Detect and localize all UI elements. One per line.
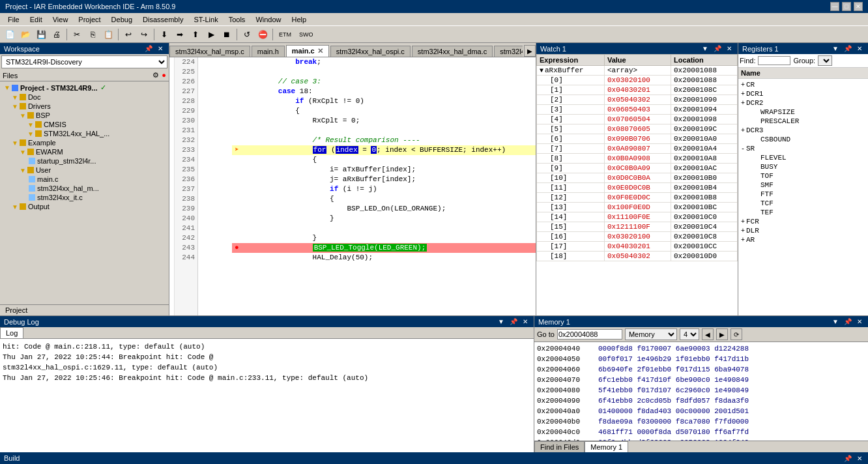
tab-scroll-right[interactable]: ▶ <box>524 45 536 57</box>
watch-close[interactable]: ✕ <box>725 44 734 53</box>
tree-node-doc[interactable]: ▼Doc <box>1 93 167 102</box>
empty-gutter <box>235 224 244 233</box>
tab-stm32l4xx_hal_dma-c[interactable]: stm32l4xx_hal_dma.c <box>412 46 493 57</box>
tree-node-output[interactable]: ▼Output <box>1 202 167 211</box>
expand-icon[interactable]: + <box>741 100 745 107</box>
tab-close-icon[interactable]: ✕ <box>317 47 323 55</box>
expand-icon[interactable]: + <box>741 127 745 134</box>
watch-location: 0x200010C8 <box>671 232 737 242</box>
tree-node-startup_stm32l4r...[interactable]: startup_stm32l4r... <box>1 156 167 166</box>
watch-pin[interactable]: 📌 <box>712 44 723 53</box>
menu-item-window[interactable]: Window <box>250 14 286 25</box>
tree-node-stm32l4xx_it.c[interactable]: stm32l4xx_it.c <box>1 193 167 202</box>
debug-step-out[interactable]: ⬆ <box>188 27 203 42</box>
tree-node-project---stm32l4r9...[interactable]: ▼Project - STM32L4R9...✓ <box>1 83 167 93</box>
memory-dropdown[interactable]: ▼ <box>830 317 841 326</box>
tree-node-stm32l4xx_hal_m...[interactable]: stm32l4xx_hal_m... <box>1 184 167 193</box>
menu-item-debug[interactable]: Debug <box>106 14 137 25</box>
expand-icon[interactable]: + <box>741 227 745 235</box>
memory-tab-memory-1[interactable]: Memory 1 <box>585 441 628 452</box>
debug-icon[interactable]: ● <box>162 71 166 80</box>
menu-item-file[interactable]: File <box>3 14 25 25</box>
find-input[interactable] <box>758 56 790 65</box>
reg-close[interactable]: ✕ <box>855 44 864 53</box>
editor-scroll[interactable]: . 22422522622722822923023123223323423523… <box>169 57 536 315</box>
memory-close[interactable]: ✕ <box>855 317 864 326</box>
etm-btn[interactable]: ETM <box>276 27 295 42</box>
menu-item-tools[interactable]: Tools <box>224 14 251 25</box>
workspace-close[interactable]: ✕ <box>156 44 165 53</box>
memory-nav-next[interactable]: ▶ <box>716 328 728 340</box>
debug-run[interactable]: ▶ <box>204 27 218 42</box>
code-area[interactable]: break; // case 3: case 18: if (RxCplt !=… <box>227 57 536 315</box>
debug-stop[interactable]: ⏹ <box>220 27 234 42</box>
tab-main-h[interactable]: main.h <box>252 46 285 57</box>
expand-icon[interactable]: + <box>741 91 745 98</box>
expand-icon[interactable]: + <box>741 218 745 225</box>
debug-reset[interactable]: ↺ <box>240 27 254 42</box>
paste-button[interactable]: 📋 <box>101 27 115 42</box>
menu-item-edit[interactable]: Edit <box>25 14 48 25</box>
memory-pin[interactable]: 📌 <box>842 317 854 326</box>
debug-log-close[interactable]: ✕ <box>521 317 530 326</box>
group-select[interactable] <box>818 55 832 66</box>
tab-stm32l4xx_hal_ospi-c[interactable]: stm32l4xx_hal_ospi.c <box>330 46 411 57</box>
tab-stm32l4xx_hal-c[interactable]: stm32l4xx_hal.c <box>494 46 523 57</box>
project-tab[interactable]: Project <box>0 304 169 315</box>
menu-item-project[interactable]: Project <box>73 14 106 25</box>
goto-input[interactable] <box>557 329 622 340</box>
debug-step-into[interactable]: ⬇ <box>157 27 171 42</box>
expand-icon[interactable]: + <box>741 81 745 89</box>
expand-icon[interactable]: + <box>741 237 745 244</box>
settings-icon[interactable]: ⚙ <box>152 71 159 80</box>
tab-main-c[interactable]: main.c✕ <box>286 45 329 57</box>
memory-type-select[interactable]: Memory <box>625 328 677 340</box>
redo-button[interactable]: ↪ <box>137 27 151 42</box>
folder-icon: ▼ <box>27 130 34 138</box>
workspace-pin[interactable]: 📌 <box>143 44 154 53</box>
reg-item-dcr1: +DCR1 <box>740 89 867 98</box>
memory-tab-find-in-files[interactable]: Find in Files <box>534 441 585 452</box>
reg-pin[interactable]: 📌 <box>842 44 854 53</box>
watch-dropdown[interactable]: ▼ <box>700 44 710 53</box>
tree-node-stm32l4xx_hal_...[interactable]: ▼STM32L4xx_HAL_... <box>1 129 167 138</box>
undo-button[interactable]: ↩ <box>121 27 136 42</box>
build-close[interactable]: ✕ <box>855 454 864 463</box>
memory-refresh[interactable]: ⟳ <box>731 328 742 340</box>
editor-content[interactable]: . 22422522622722822923023123223323423523… <box>169 57 536 315</box>
tree-node-cmsis[interactable]: ▼CMSIS <box>1 120 167 129</box>
expand-icon[interactable]: ▼ <box>540 67 543 74</box>
new-button[interactable]: 📄 <box>3 27 17 42</box>
tree-node-user[interactable]: ▼User <box>1 166 167 175</box>
log-tab-log[interactable]: Log <box>0 327 23 338</box>
tree-node-example[interactable]: ▼Example <box>1 138 167 147</box>
menu-item-disassembly[interactable]: Disassembly <box>137 14 188 25</box>
debug-log-pin[interactable]: 📌 <box>508 317 519 326</box>
print-button[interactable]: 🖨 <box>50 27 64 42</box>
workspace-selector[interactable]: STM32L4R9I-Discovery <box>1 55 167 68</box>
reg-dropdown[interactable]: ▼ <box>830 44 841 53</box>
swo-btn[interactable]: SWO <box>296 27 317 42</box>
build-pin[interactable]: 📌 <box>842 454 854 463</box>
maximize-button[interactable]: □ <box>842 2 851 11</box>
menu-item-st-link[interactable]: ST-Link <box>188 14 223 25</box>
memory-format-select[interactable]: 4 <box>680 328 699 340</box>
copy-button[interactable]: ⎘ <box>85 27 100 42</box>
tree-node-main.c[interactable]: main.c <box>1 175 167 184</box>
debug-log-dropdown[interactable]: ▼ <box>496 317 506 326</box>
open-button[interactable]: 📂 <box>18 27 33 42</box>
memory-nav-prev[interactable]: ◀ <box>702 328 714 340</box>
save-button[interactable]: 💾 <box>34 27 48 42</box>
menu-item-view[interactable]: View <box>48 14 74 25</box>
tree-node-drivers[interactable]: ▼Drivers <box>1 102 167 111</box>
debug-step-over[interactable]: ➡ <box>173 27 187 42</box>
tree-node-bsp[interactable]: ▼BSP <box>1 111 167 120</box>
menu-item-help[interactable]: Help <box>287 14 312 25</box>
tree-node-ewarm[interactable]: ▼EWARM <box>1 147 167 156</box>
minimize-button[interactable]: — <box>830 2 839 11</box>
debug-break[interactable]: ⛔ <box>255 27 270 42</box>
close-button[interactable]: ✕ <box>854 2 863 11</box>
cut-button[interactable]: ✂ <box>70 27 84 42</box>
expand-icon[interactable]: - <box>741 145 745 152</box>
tab-stm32l4xx_hal_msp-c[interactable]: stm32l4xx_hal_msp.c <box>169 46 250 57</box>
